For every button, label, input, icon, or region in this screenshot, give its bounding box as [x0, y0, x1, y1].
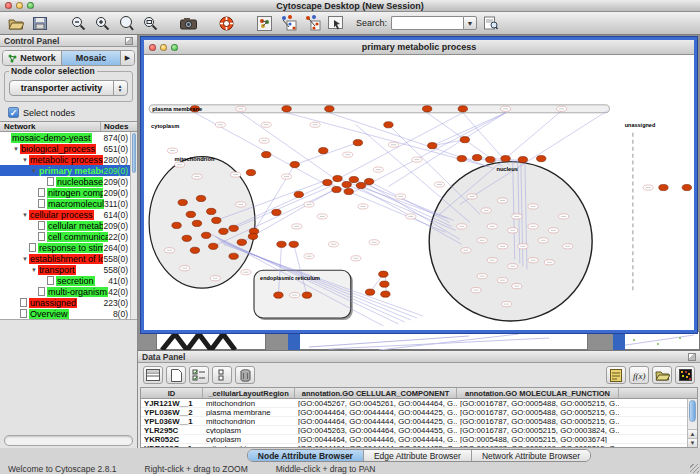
graph-node-selected[interactable] [229, 253, 238, 259]
graph-node-selected[interactable] [229, 225, 238, 231]
tree-header-nodes[interactable]: Nodes [101, 122, 137, 131]
table-row[interactable]: YPL036W__1mitochondrion[GO:0044464, GO:0… [141, 417, 697, 426]
column-header[interactable]: ID [141, 388, 203, 398]
tree-item[interactable]: Overview8(0) [0, 308, 137, 319]
graph-edge[interactable] [327, 113, 462, 185]
tree-item[interactable]: cell communicati22(0) [0, 231, 137, 242]
tab-mosaic[interactable]: Mosaic [62, 51, 121, 65]
graph-node-selected[interactable] [458, 106, 467, 112]
graph-node-selected[interactable] [422, 106, 431, 112]
tree-item[interactable]: macromolecule311(0) [0, 198, 137, 209]
tree-item[interactable]: ▼cellular process614(0) [0, 209, 137, 220]
network-view-window[interactable]: primary metabolic process plasma membran… [141, 37, 697, 333]
expander-icon[interactable]: ▼ [30, 168, 38, 174]
graph-node-selected[interactable] [182, 235, 191, 241]
save-session-icon[interactable] [30, 14, 50, 32]
zoom-in-icon[interactable] [92, 14, 112, 32]
zoom-fit-icon[interactable] [140, 14, 160, 32]
graph-node-selected[interactable] [682, 184, 691, 190]
function-builder-icon[interactable]: f(x) [629, 366, 649, 384]
graph-node-selected[interactable] [364, 178, 373, 184]
graph-node-selected[interactable] [356, 182, 365, 188]
apply-style-icon[interactable] [302, 14, 322, 32]
graph-node-selected[interactable] [379, 271, 388, 277]
graph-node-selected[interactable] [486, 157, 495, 163]
graph-node-selected[interactable] [349, 176, 358, 182]
table-row[interactable]: YLR295Ccytoplasm[GO:0045263, GO:0044464,… [141, 426, 697, 435]
graph-node-selected[interactable] [457, 156, 466, 162]
graph-node-selected[interactable] [365, 289, 374, 295]
graph-node-selected[interactable] [501, 156, 510, 162]
unselect-attributes-icon[interactable] [212, 366, 232, 384]
apply-layout-icon[interactable] [278, 14, 298, 32]
zoom-out-icon[interactable] [68, 14, 88, 32]
background-window[interactable] [288, 331, 588, 350]
graph-node-selected[interactable] [460, 137, 469, 143]
graph-node-selected[interactable] [428, 143, 437, 149]
expander-icon[interactable]: ▼ [21, 212, 29, 218]
scroll-down-icon[interactable]: ▼ [688, 438, 697, 447]
tree-item[interactable]: multi-organism pro42(0) [0, 286, 137, 297]
resize-grip[interactable] [690, 464, 699, 473]
graph-node-selected[interactable] [207, 208, 216, 214]
graph-node-selected[interactable] [537, 156, 546, 162]
graph-node-selected[interactable] [302, 292, 311, 298]
background-window[interactable] [156, 331, 266, 350]
graph-node-selected[interactable] [282, 106, 291, 112]
graph-node-selected[interactable] [190, 247, 199, 253]
graph-node-selected[interactable] [219, 228, 228, 234]
graph-edge[interactable] [241, 113, 338, 181]
import-attributes-icon[interactable] [652, 366, 672, 384]
graph-node-selected[interactable] [659, 184, 668, 190]
graph-node-selected[interactable] [294, 191, 303, 197]
tree-item[interactable]: mosaic-demo-yeast874(0) [0, 132, 137, 143]
graph-node-selected[interactable] [344, 188, 353, 194]
background-window[interactable] [613, 331, 700, 350]
tree-item[interactable]: nitrogen compou209(0) [0, 187, 137, 198]
graph-node-selected[interactable] [332, 186, 341, 192]
expander-icon[interactable]: ▼ [12, 146, 20, 152]
tab-node-attribute-browser[interactable]: Node Attribute Browser [248, 450, 364, 461]
tree-item[interactable]: secretion41(0) [0, 275, 137, 286]
graph-node-selected[interactable] [248, 233, 257, 239]
tree-header-network[interactable]: Network [0, 122, 101, 131]
vizmapper-icon[interactable] [254, 14, 274, 32]
graph-node-selected[interactable] [172, 222, 181, 228]
graph-node-selected[interactable] [274, 292, 283, 298]
graph-node-selected[interactable] [289, 241, 298, 247]
table-row[interactable]: YPL036W__2plasma membrane[GO:0044464, GO… [141, 408, 697, 417]
search-input[interactable] [391, 16, 463, 30]
tree-item[interactable]: response to stimulu264(0) [0, 242, 137, 253]
graph-node-selected[interactable] [325, 106, 334, 112]
graph-node-selected[interactable] [342, 181, 351, 187]
column-header[interactable]: annotation.GO CELLULAR_COMPONENT [295, 388, 457, 398]
graph-node-selected[interactable] [384, 122, 393, 128]
search-config-icon[interactable] [481, 14, 501, 32]
search-dropdown-button[interactable]: ▼ [463, 16, 477, 30]
expander-icon[interactable]: ▼ [21, 256, 29, 262]
tree-item[interactable]: ▼transport558(0) [0, 264, 137, 275]
table-scrollbar[interactable]: ▲ ▼ [687, 399, 697, 447]
tab-edge-attribute-browser[interactable]: Edge Attribute Browser [364, 450, 472, 461]
graph-node-selected[interactable] [246, 169, 255, 175]
graph-node-selected[interactable] [353, 140, 362, 146]
expander-icon[interactable]: ▼ [30, 267, 38, 273]
tree-item[interactable]: ▼establishment of lo558(0) [0, 253, 137, 264]
tree-item[interactable]: nucleobase-c209(0) [0, 176, 137, 187]
graph-node-selected[interactable] [333, 175, 342, 181]
graph-node-selected[interactable] [196, 195, 205, 201]
graph-node-selected[interactable] [290, 162, 299, 168]
help-lifering-icon[interactable] [216, 14, 236, 32]
graph-node-selected[interactable] [380, 281, 389, 287]
attribute-table-icon[interactable] [143, 366, 163, 384]
float-panel-icon[interactable] [125, 37, 133, 45]
graph-node-selected[interactable] [209, 243, 218, 249]
node-color-dropdown[interactable]: transporter activity ▲▼ [9, 80, 128, 96]
graph-node-selected[interactable] [381, 291, 390, 297]
graph-node-selected[interactable] [237, 239, 246, 245]
matrix-icon[interactable] [675, 366, 695, 384]
graph-node-selected[interactable] [472, 155, 481, 161]
tab-network-attribute-browser[interactable]: Network Attribute Browser [472, 450, 590, 461]
tree-header[interactable]: Network Nodes [0, 121, 137, 132]
expander-icon[interactable]: ▼ [21, 157, 29, 163]
